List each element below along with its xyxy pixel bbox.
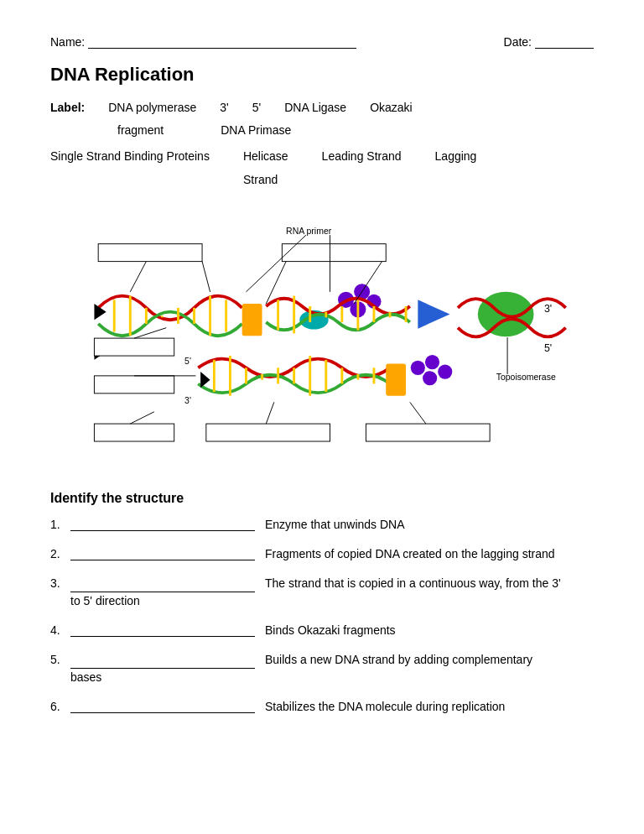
- vocab-dna-polymerase: DNA polymerase: [108, 97, 196, 118]
- svg-line-59: [130, 412, 154, 424]
- q3-blank[interactable]: [70, 577, 255, 592]
- svg-rect-15: [242, 304, 262, 336]
- vocab-strand: Strand: [243, 173, 278, 186]
- svg-marker-30: [418, 300, 449, 328]
- svg-point-52: [423, 371, 437, 385]
- label-row-2: fragment DNA Primase: [50, 120, 594, 141]
- left-helix: [98, 295, 242, 336]
- q3-text-part2: to 5' direction: [70, 592, 594, 610]
- q1-text: Enzyme that unwinds DNA: [265, 516, 594, 534]
- label-row-4: Strand: [50, 169, 594, 190]
- svg-rect-55: [94, 424, 174, 441]
- q1-number: 1.: [50, 516, 65, 534]
- label-row-1: Label: DNA polymerase 3' 5' DNA Ligase O…: [50, 97, 594, 118]
- svg-line-58: [130, 261, 146, 291]
- label-bold: Label:: [50, 97, 85, 118]
- q4-text: Binds Okazaki fragments: [265, 622, 594, 639]
- vocab-lagging: Lagging: [435, 146, 477, 167]
- name-line: Name:: [50, 34, 356, 49]
- q5-text-part2: bases: [70, 669, 594, 686]
- vocab-helicase: Helicase: [243, 146, 288, 167]
- svg-point-50: [411, 361, 425, 375]
- q1-blank[interactable]: [70, 516, 255, 531]
- q3-content: The strand that is copied in a continuou…: [70, 575, 594, 610]
- svg-text:Topoisomerase: Topoisomerase: [496, 372, 556, 381]
- svg-marker-54: [200, 372, 210, 388]
- q5-number: 5.: [50, 651, 65, 669]
- vocab-leading-strand: Leading Strand: [322, 146, 402, 167]
- svg-rect-0: [98, 243, 202, 261]
- question-1: 1. Enzyme that unwinds DNA: [50, 516, 594, 534]
- dna-diagram: RNA primer: [50, 206, 594, 474]
- q5-blank[interactable]: [70, 654, 255, 669]
- svg-line-62: [202, 261, 210, 291]
- question-6: 6. Stabilizes the DNA molecule during re…: [50, 698, 594, 716]
- q3-text-part1: The strand that is copied in a continuou…: [265, 575, 561, 592]
- vocab-fragment: fragment: [117, 120, 164, 141]
- vocab-dna-primase: DNA Primase: [221, 120, 291, 141]
- svg-rect-56: [206, 424, 330, 441]
- page-title: DNA Replication: [50, 64, 594, 86]
- q6-text: Stabilizes the DNA molecule during repli…: [265, 698, 594, 716]
- q2-blank[interactable]: [70, 545, 255, 560]
- q4-number: 4.: [50, 622, 65, 639]
- svg-rect-1: [282, 243, 386, 261]
- q3-number: 3.: [50, 575, 65, 592]
- q5-text-part1: Builds a new DNA strand by adding comple…: [265, 651, 532, 669]
- q2-number: 2.: [50, 545, 65, 563]
- svg-text:3': 3': [544, 302, 552, 314]
- identify-title: Identify the structure: [50, 491, 594, 506]
- date-underline[interactable]: [535, 34, 594, 49]
- svg-text:RNA primer: RNA primer: [286, 227, 332, 236]
- q6-blank[interactable]: [70, 698, 255, 713]
- question-5: 5. Builds a new DNA strand by adding com…: [50, 651, 594, 686]
- name-underline[interactable]: [88, 34, 356, 49]
- svg-text:5': 5': [544, 342, 552, 354]
- q4-blank[interactable]: [70, 622, 255, 637]
- question-3: 3. The strand that is copied in a contin…: [50, 575, 594, 610]
- date-label: Date:: [504, 35, 532, 49]
- q6-number: 6.: [50, 698, 65, 716]
- name-label: Name:: [50, 35, 85, 49]
- date-line: Date:: [504, 34, 594, 49]
- svg-line-60: [266, 402, 274, 424]
- svg-line-61: [410, 402, 426, 424]
- svg-rect-65: [94, 338, 174, 356]
- question-2: 2. Fragments of copied DNA created on th…: [50, 545, 594, 563]
- svg-rect-67: [94, 376, 174, 394]
- svg-point-53: [438, 364, 452, 378]
- vocab-5prime: 5': [252, 97, 261, 118]
- label-row-3: Single Strand Binding Proteins Helicase …: [50, 146, 594, 167]
- svg-point-51: [425, 355, 439, 369]
- q2-text: Fragments of copied DNA created on the l…: [265, 545, 594, 563]
- label-section: Label: DNA polymerase 3' 5' DNA Ligase O…: [50, 97, 594, 190]
- svg-text:5': 5': [184, 356, 191, 365]
- vocab-dna-ligase: DNA Ligase: [284, 97, 346, 118]
- svg-rect-57: [366, 424, 490, 441]
- identify-section: Identify the structure 1. Enzyme that un…: [50, 491, 594, 716]
- middle-section: [266, 295, 410, 333]
- header-row: Name: Date:: [50, 34, 594, 49]
- vocab-3prime: 3': [220, 97, 228, 118]
- vocab-ssbp: Single Strand Binding Proteins: [50, 146, 210, 167]
- svg-text:3': 3': [184, 396, 191, 405]
- lower-helix: 5' 3': [184, 356, 390, 405]
- vocab-okazaki: Okazaki: [370, 97, 413, 118]
- dna-svg: RNA primer: [50, 206, 594, 474]
- question-4: 4. Binds Okazaki fragments: [50, 622, 594, 639]
- svg-rect-49: [386, 363, 406, 395]
- q5-content: Builds a new DNA strand by adding comple…: [70, 651, 594, 686]
